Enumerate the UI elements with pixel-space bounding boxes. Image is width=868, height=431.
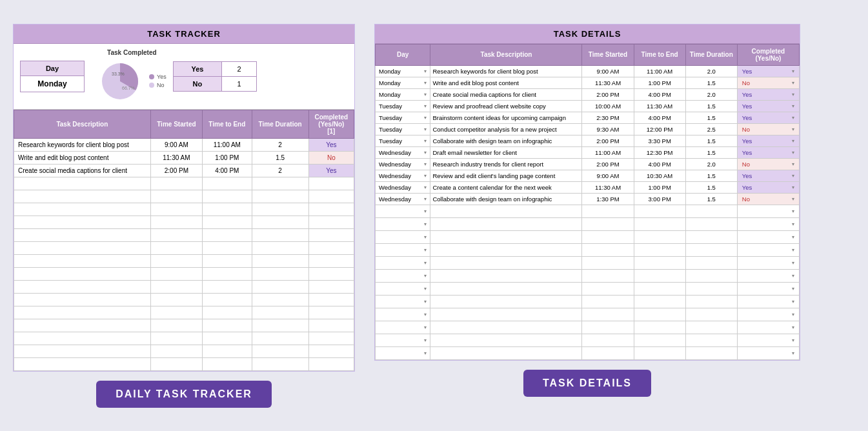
completed-cell[interactable]: ▾ [737, 308, 799, 321]
completed-cell[interactable]: Yes▾ [737, 88, 799, 100]
completed-cell[interactable]: Yes▾ [737, 181, 799, 193]
completed-cell[interactable]: ▾ [737, 205, 799, 217]
task-cell: Create a content calendar for the next w… [430, 181, 582, 193]
duration-cell: 1.5 [685, 181, 737, 193]
duration-cell: 2 [252, 138, 308, 151]
empty-row: ▾ ▾ [376, 346, 800, 359]
task-cell: Research industry trends for client repo… [430, 158, 582, 170]
start-cell: 9:00 AM [150, 138, 202, 151]
completed-cell[interactable]: ▾ [737, 256, 799, 269]
end-cell: 3:00 PM [634, 193, 685, 205]
completed-cell[interactable]: No▾ [737, 123, 799, 135]
table-row: Tuesday▾ Review and proofread client web… [376, 100, 800, 112]
start-cell: 1:30 PM [582, 193, 634, 205]
completed-cell[interactable]: No [308, 151, 354, 164]
table-row: Tuesday▾ Conduct competitor analysis for… [376, 123, 800, 135]
yn-yes-label: Yes [173, 61, 222, 76]
completed-cell[interactable]: ▾ [737, 295, 799, 308]
start-cell: 9:00 AM [582, 170, 634, 181]
completed-cell[interactable]: Yes▾ [737, 146, 799, 158]
day-cell: Tuesday▾ [376, 135, 430, 146]
completed-cell[interactable]: Yes▾ [737, 65, 799, 77]
duration-cell: 1.5 [685, 146, 737, 158]
duration-cell: 1.5 [685, 112, 737, 123]
empty-row: ▾ ▾ [376, 243, 800, 256]
end-cell: 4:00 PM [634, 88, 685, 100]
day-label: Day [20, 61, 85, 76]
table-row: Wednesday▾ Draft email newsletter for cl… [376, 146, 800, 158]
empty-row: ▾ ▾ [376, 295, 800, 308]
yn-no-label: No [173, 76, 222, 91]
empty-row [14, 345, 354, 357]
right-panel: TASK DETAILS Day Task Description Time S… [374, 24, 800, 397]
completed-cell[interactable]: Yes [308, 138, 354, 151]
day-cell: Monday▾ [376, 88, 430, 100]
task-cell: Brainstorm content ideas for upcoming ca… [430, 112, 582, 123]
completed-cell[interactable]: ▾ [737, 321, 799, 334]
pie-chart: 33.3% 66.7% [97, 59, 143, 104]
task-cell: Collaborate with design team on infograp… [430, 193, 582, 205]
completed-cell[interactable]: ▾ [737, 334, 799, 346]
completed-cell[interactable]: ▾ [737, 217, 799, 230]
day-cell: ▾ [376, 321, 430, 334]
table-row: Create social media captions for client … [14, 164, 354, 177]
task-cell: Create social media captions for client [14, 164, 151, 177]
completed-cell[interactable]: ▾ [737, 243, 799, 256]
day-cell: Wednesday▾ [376, 146, 430, 158]
completed-cell[interactable]: Yes▾ [737, 170, 799, 181]
col-comp: Completed (Yes/No) [737, 44, 799, 65]
col-time-start: Time Started [582, 44, 634, 65]
task-cell: Write and edit blog post content [14, 151, 151, 164]
col-start: Time Started [150, 110, 202, 138]
right-sheet: TASK DETAILS Day Task Description Time S… [374, 24, 800, 361]
col-completed: Completed(Yes/No)[1] [308, 110, 354, 138]
empty-row: ▾ ▾ [376, 308, 800, 321]
empty-row: ▾ ▾ [376, 282, 800, 295]
end-cell: 1:00 PM [634, 77, 685, 88]
left-panel: TASK TRACKER Day Monday Task Completed [13, 24, 355, 408]
table-header-row: Task Description Time Started Time to En… [14, 110, 354, 138]
task-cell: Draft email newsletter for client [430, 146, 582, 158]
start-cell: 2:30 PM [582, 112, 634, 123]
day-cell: Wednesday▾ [376, 181, 430, 193]
day-cell: ▾ [376, 243, 430, 256]
no-dot [149, 83, 154, 88]
end-cell: 4:00 PM [203, 164, 252, 177]
col-day: Day [376, 44, 430, 65]
completed-cell[interactable]: Yes▾ [737, 100, 799, 112]
legend-yes: Yes [149, 74, 167, 80]
legend-yes-label: Yes [157, 74, 167, 80]
completed-cell[interactable]: Yes▾ [737, 112, 799, 123]
completed-cell[interactable]: ▾ [737, 282, 799, 295]
completed-cell[interactable]: Yes [308, 164, 354, 177]
completed-cell[interactable]: No▾ [737, 193, 799, 205]
day-cell: ▾ [376, 230, 430, 243]
top-section: Day Monday Task Completed [14, 44, 354, 110]
completed-cell[interactable]: ▾ [737, 346, 799, 359]
completed-cell[interactable]: No▾ [737, 77, 799, 88]
empty-row: ▾ ▾ [376, 205, 800, 217]
day-cell: ▾ [376, 269, 430, 282]
task-cell: Review and edit client's landing page co… [430, 170, 582, 181]
completed-cell[interactable]: Yes▾ [737, 135, 799, 146]
end-cell: 11:00 AM [634, 65, 685, 77]
day-cell: Monday▾ [376, 65, 430, 77]
chart-legend: Yes No [149, 74, 167, 88]
day-info: Day Monday [20, 61, 85, 92]
yes-dot [149, 74, 154, 79]
legend-no-label: No [157, 82, 165, 88]
table-row: Wednesday▾ Research industry trends for … [376, 158, 800, 170]
left-bottom-label: DAILY TASK TRACKER [96, 381, 272, 408]
empty-row [14, 319, 354, 332]
duration-cell: 2.5 [685, 123, 737, 135]
completed-cell[interactable]: ▾ [737, 269, 799, 282]
empty-row [14, 203, 354, 216]
day-cell: ▾ [376, 282, 430, 295]
empty-row [14, 216, 354, 228]
end-cell: 1:00 PM [634, 181, 685, 193]
start-cell: 2:00 PM [582, 88, 634, 100]
end-cell: 11:00 AM [203, 138, 252, 151]
completed-cell[interactable]: ▾ [737, 230, 799, 243]
completed-cell[interactable]: No▾ [737, 158, 799, 170]
day-cell: ▾ [376, 295, 430, 308]
